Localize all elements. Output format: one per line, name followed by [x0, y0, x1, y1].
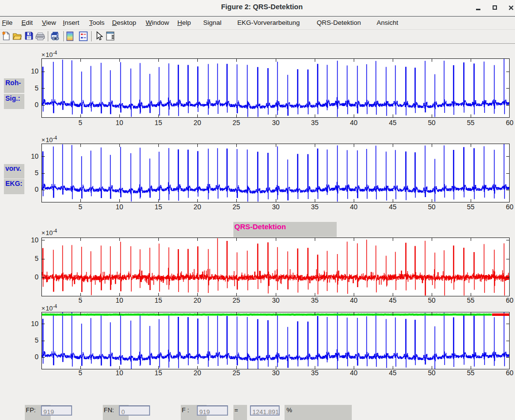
svg-text:10: 10 [115, 203, 123, 211]
svg-text:25: 25 [232, 296, 240, 304]
svg-text:35: 35 [311, 369, 319, 377]
svg-text:× 10-4: × 10-4 [41, 135, 57, 144]
svg-text:10: 10 [115, 119, 123, 127]
svg-text:50: 50 [428, 296, 436, 304]
svg-text:× 10-4: × 10-4 [41, 304, 57, 312]
svg-text:50: 50 [428, 119, 436, 127]
svg-text:45: 45 [389, 203, 397, 211]
svg-text:5: 5 [35, 84, 38, 92]
svg-text:10: 10 [115, 296, 123, 304]
svg-text:5: 5 [78, 369, 82, 377]
svg-text:55: 55 [467, 369, 475, 377]
svg-text:40: 40 [350, 369, 358, 377]
svg-text:10: 10 [31, 320, 38, 328]
svg-text:35: 35 [311, 203, 319, 211]
svg-text:0: 0 [35, 185, 38, 193]
svg-text:5: 5 [35, 336, 38, 344]
svg-text:55: 55 [467, 296, 475, 304]
svg-text:0: 0 [35, 273, 38, 281]
svg-text:55: 55 [467, 203, 475, 211]
svg-text:30: 30 [272, 119, 280, 127]
svg-text:20: 20 [193, 119, 201, 127]
svg-text:20: 20 [193, 296, 201, 304]
svg-text:0: 0 [35, 353, 38, 361]
svg-text:10: 10 [115, 369, 123, 377]
svg-text:5: 5 [35, 255, 38, 262]
svg-text:50: 50 [428, 369, 436, 377]
svg-text:0: 0 [35, 101, 38, 109]
svg-text:30: 30 [272, 296, 280, 304]
svg-text:10: 10 [31, 236, 38, 244]
svg-text:30: 30 [272, 369, 280, 377]
svg-text:15: 15 [154, 203, 162, 211]
svg-text:10: 10 [31, 152, 38, 160]
svg-text:60: 60 [506, 369, 514, 377]
svg-text:30: 30 [272, 203, 280, 211]
svg-text:45: 45 [389, 369, 397, 377]
svg-text:20: 20 [193, 203, 201, 211]
svg-text:5: 5 [78, 296, 82, 304]
svg-text:5: 5 [78, 119, 82, 127]
svg-text:40: 40 [350, 119, 358, 127]
svg-text:60: 60 [506, 296, 514, 304]
svg-text:35: 35 [311, 119, 319, 127]
svg-text:20: 20 [193, 369, 201, 377]
svg-text:55: 55 [467, 119, 475, 127]
svg-text:5: 5 [35, 169, 38, 177]
svg-text:40: 40 [350, 203, 358, 211]
svg-text:15: 15 [154, 369, 162, 377]
svg-text:60: 60 [506, 203, 514, 211]
svg-text:5: 5 [78, 203, 82, 211]
svg-text:15: 15 [154, 119, 162, 127]
svg-text:60: 60 [506, 119, 514, 127]
svg-text:25: 25 [232, 119, 240, 127]
svg-text:× 10-4: × 10-4 [41, 50, 57, 58]
svg-text:25: 25 [232, 369, 240, 377]
svg-text:50: 50 [428, 203, 436, 211]
svg-text:45: 45 [389, 296, 397, 304]
svg-text:40: 40 [350, 296, 358, 304]
svg-text:10: 10 [31, 67, 38, 75]
svg-text:35: 35 [311, 296, 319, 304]
svg-text:25: 25 [232, 203, 240, 211]
svg-text:15: 15 [154, 296, 162, 304]
svg-text:× 10-4: × 10-4 [41, 228, 57, 237]
svg-text:45: 45 [389, 119, 397, 127]
